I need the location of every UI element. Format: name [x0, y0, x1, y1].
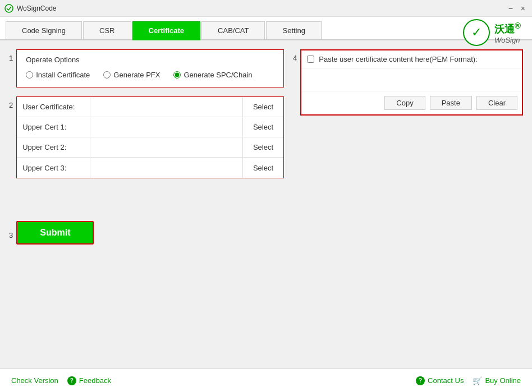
right-panel: Paste user certificate content here(PEM … — [300, 49, 523, 116]
operate-options-box: Operate Options Install Certificate Gene… — [16, 49, 284, 87]
minimize-button[interactable]: − — [506, 4, 515, 13]
section1-wrapper: 1 Operate Options Install Certificate Ge… — [9, 49, 284, 87]
paste-checkbox[interactable] — [307, 56, 314, 63]
buy-online-link[interactable]: 🛒 Buy Online — [473, 376, 521, 385]
clear-button[interactable]: Clear — [476, 96, 517, 110]
upper-cert3-label: Upper Cert 3: — [17, 164, 90, 172]
radio-spc-label: Generate SPC/Chain — [184, 71, 252, 79]
cert-fields-box: User Certificate: Select Upper Cert 1: S… — [16, 96, 284, 178]
section3-number: 3 — [9, 231, 13, 239]
tab-certificate[interactable]: Certificate — [132, 21, 201, 40]
contact-us-label: Contact Us — [428, 376, 464, 385]
feedback-icon: ? — [67, 376, 76, 385]
logo: ✓ 沃通® WoSign — [463, 19, 521, 46]
logo-text: 沃通® WoSign — [494, 21, 521, 44]
radio-pfx-input[interactable] — [103, 71, 111, 79]
radio-generate-spc[interactable]: Generate SPC/Chain — [173, 71, 252, 79]
section1-number: 1 — [9, 54, 13, 62]
cart-icon: 🛒 — [473, 376, 482, 385]
operate-options-title: Operate Options — [26, 56, 274, 64]
content-area: 1 Operate Options Install Certificate Ge… — [0, 40, 532, 368]
close-button[interactable]: × — [519, 4, 528, 13]
logo-check-icon: ✓ — [471, 25, 481, 40]
upper-cert2-label: Upper Cert 2: — [17, 143, 90, 151]
title-bar: WoSignCode − × — [0, 0, 532, 17]
upper-cert2-select-button[interactable]: Select — [243, 137, 283, 157]
paste-textarea[interactable] — [301, 68, 522, 91]
radio-install-cert[interactable]: Install Certificate — [26, 71, 90, 79]
title-bar-left: WoSignCode — [4, 4, 57, 13]
upper-cert1-select-button[interactable]: Select — [243, 117, 283, 137]
upper-cert3-select-button[interactable]: Select — [243, 158, 283, 178]
left-panel: 1 Operate Options Install Certificate Ge… — [9, 49, 284, 359]
contact-icon: ? — [416, 376, 425, 385]
paste-buttons: Copy Paste Clear — [301, 91, 522, 114]
section3-wrapper: 3 Submit — [9, 221, 284, 245]
footer: Check Version ? Feedback ? Contact Us 🛒 … — [0, 368, 532, 392]
paste-button[interactable]: Paste — [430, 96, 472, 110]
tab-code-signing[interactable]: Code Signing — [6, 21, 82, 39]
logo-circle: ✓ — [463, 19, 490, 46]
radio-pfx-label: Generate PFX — [113, 71, 160, 79]
table-row: User Certificate: Select — [17, 97, 283, 117]
tab-csr[interactable]: CSR — [83, 21, 131, 39]
check-version-label: Check Version — [11, 376, 58, 385]
section2-wrapper: 2 User Certificate: Select Upper Cert 1:… — [9, 96, 284, 178]
upper-cert2-input[interactable] — [90, 137, 243, 157]
copy-button[interactable]: Copy — [384, 96, 425, 110]
contact-us-link[interactable]: ? Contact Us — [416, 376, 464, 385]
title-bar-controls: − × — [506, 4, 528, 13]
logo-chinese: 沃通® — [494, 21, 521, 36]
radio-generate-pfx[interactable]: Generate PFX — [103, 71, 160, 79]
app-icon — [4, 4, 13, 13]
footer-left: Check Version ? Feedback — [11, 376, 111, 385]
section4-number: 4 — [293, 54, 297, 62]
check-version-link[interactable]: Check Version — [11, 376, 58, 385]
radio-group: Install Certificate Generate PFX Generat… — [26, 71, 274, 79]
paste-header: Paste user certificate content here(PEM … — [301, 50, 522, 68]
tab-cab-cat[interactable]: CAB/CAT — [201, 21, 265, 39]
footer-right: ? Contact Us 🛒 Buy Online — [416, 376, 521, 385]
radio-spc-input[interactable] — [173, 71, 181, 79]
tab-bar: Code Signing CSR Certificate CAB/CAT Set… — [0, 17, 532, 40]
feedback-link[interactable]: ? Feedback — [67, 376, 111, 385]
user-cert-select-button[interactable]: Select — [243, 97, 283, 117]
user-cert-label: User Certificate: — [17, 103, 90, 111]
radio-install-label: Install Certificate — [36, 71, 90, 79]
upper-cert1-label: Upper Cert 1: — [17, 123, 90, 131]
feedback-label: Feedback — [79, 376, 111, 385]
submit-button[interactable]: Submit — [16, 221, 94, 245]
logo-latin: WoSign — [494, 36, 520, 44]
paste-label: Paste user certificate content here(PEM … — [319, 55, 478, 63]
table-row: Upper Cert 3: Select — [17, 158, 283, 178]
tab-setting[interactable]: Setting — [266, 21, 321, 39]
svg-point-0 — [5, 4, 13, 12]
buy-online-label: Buy Online — [485, 376, 521, 385]
section2-number: 2 — [9, 101, 13, 109]
radio-install-input[interactable] — [26, 71, 33, 79]
table-row: Upper Cert 2: Select — [17, 137, 283, 158]
upper-cert3-input[interactable] — [90, 158, 243, 178]
user-cert-input[interactable] — [90, 97, 243, 117]
table-row: Upper Cert 1: Select — [17, 117, 283, 137]
main-container: Code Signing CSR Certificate CAB/CAT Set… — [0, 17, 532, 392]
app-title: WoSignCode — [17, 4, 57, 12]
upper-cert1-input[interactable] — [90, 117, 243, 137]
section4-wrapper: 4 Paste user certificate content here(PE… — [293, 49, 523, 359]
